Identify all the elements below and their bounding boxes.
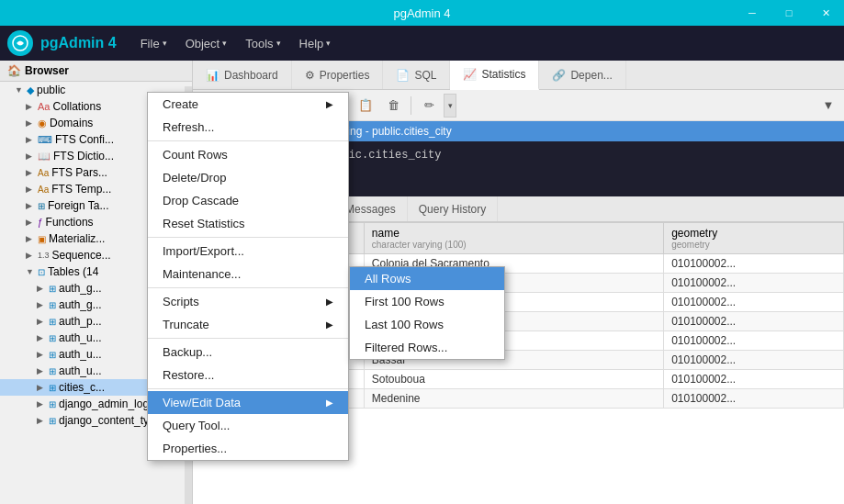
paste-button[interactable]: 📋 (353, 94, 378, 118)
filter-button[interactable]: ▼ (816, 94, 840, 118)
ctx-reset-stats[interactable]: Reset Statistics (148, 212, 348, 235)
fts-dict-icon: 📖 (38, 151, 51, 162)
menu-file[interactable]: File ▾ (131, 33, 176, 54)
ctx-restore[interactable]: Restore... (148, 364, 348, 386)
cell-geometry: 010100002... (664, 370, 844, 389)
truncate-arrow-icon: ▶ (326, 319, 333, 330)
expand-icon: ▶ (37, 333, 46, 342)
expand-icon: ▶ (26, 118, 35, 128)
expand-icon: ▶ (37, 300, 46, 309)
cell-geometry: 010100002... (664, 312, 844, 331)
statistics-tab-icon: 📈 (463, 68, 477, 81)
ctx-import-export[interactable]: Import/Export... (148, 240, 348, 263)
tab-dependencies[interactable]: 🔗 Depen... (539, 61, 625, 89)
table-icon: ⊞ (49, 333, 56, 343)
browser-header: 🏠 Browser (0, 61, 192, 82)
expand-icon: ▶ (26, 168, 35, 177)
menu-object[interactable]: Object ▾ (176, 33, 237, 54)
fts-parse-icon: Aa (38, 168, 49, 178)
foreign-table-icon: ⊞ (38, 201, 45, 211)
ctx-maintenance[interactable]: Maintenance... (148, 263, 348, 286)
menu-tools[interactable]: Tools ▾ (236, 33, 289, 54)
functions-icon: ƒ (38, 218, 43, 228)
expand-icon: ▶ (26, 234, 35, 243)
table-icon: ⊞ (49, 399, 56, 409)
table-icon: ⊞ (49, 317, 56, 327)
ctx-divider3 (148, 287, 348, 288)
tab-statistics[interactable]: 📈 Statistics (450, 61, 539, 90)
schema-icon: ◆ (27, 84, 34, 96)
toolbar-separator3 (411, 96, 411, 115)
ctx-delete-drop[interactable]: Delete/Drop (148, 166, 348, 189)
ctx-scripts[interactable]: Scripts ▶ (148, 290, 348, 313)
tools-arrow-icon: ▾ (276, 39, 281, 48)
expand-icon: ▶ (37, 383, 46, 392)
menubar: pgAdmin 4 File ▾ Object ▾ Tools ▾ Help ▾ (0, 26, 844, 61)
ctx-properties[interactable]: Properties... (148, 437, 348, 460)
delete-button[interactable]: 🗑 (380, 94, 406, 118)
top-tabs: 📊 Dashboard ⚙ Properties 📄 SQL 📈 Statist… (193, 61, 844, 90)
scripts-arrow-icon: ▶ (326, 297, 333, 307)
cell-geometry: 010100002... (664, 389, 844, 409)
cell-geometry: 010100002... (664, 293, 844, 312)
cell-name: Medenine (364, 389, 663, 409)
expand-icon: ▼ (15, 85, 24, 95)
fts-config-icon: ⌨ (38, 134, 52, 146)
object-arrow-icon: ▾ (222, 39, 227, 48)
expand-icon: ▶ (26, 102, 35, 111)
table-icon: ⊞ (49, 284, 56, 294)
sequence-icon: 1.3 (38, 251, 50, 260)
sub-filtered-rows[interactable]: Filtered Rows... (350, 336, 504, 359)
sub-all-rows[interactable]: All Rows (350, 267, 504, 290)
table-icon: ⊞ (49, 366, 56, 376)
ctx-create[interactable]: Create ▶ (148, 93, 348, 116)
minimize-button[interactable]: ─ (734, 0, 771, 26)
expand-icon: ▼ (26, 267, 35, 276)
title-text: pgAdmin 4 (393, 6, 450, 20)
edit-dropdown[interactable]: ▾ (444, 94, 456, 118)
file-arrow-icon: ▾ (163, 39, 167, 48)
close-button[interactable]: ✕ (807, 0, 844, 26)
submenu-arrow-icon: ▶ (326, 99, 333, 109)
context-menu: Create ▶ Refresh... Count Rows Delete/Dr… (147, 92, 349, 461)
expand-icon: ▶ (26, 251, 35, 260)
tab-query-history[interactable]: Query History (408, 196, 498, 221)
ctx-refresh[interactable]: Refresh... (148, 116, 348, 139)
expand-icon: ▶ (26, 135, 35, 144)
expand-icon: ▶ (26, 218, 35, 227)
sub-last-100[interactable]: Last 100 Rows (350, 313, 504, 336)
ctx-divider2 (148, 237, 348, 238)
ctx-truncate[interactable]: Truncate ▶ (148, 313, 348, 336)
materialized-icon: ▣ (38, 234, 46, 244)
expand-icon: ▶ (37, 366, 46, 375)
menu-help[interactable]: Help ▾ (290, 33, 341, 54)
tab-sql[interactable]: 📄 SQL (383, 61, 450, 89)
expand-icon: ▶ (26, 201, 35, 210)
cell-geometry: 010100002... (664, 331, 844, 351)
ctx-view-edit[interactable]: View/Edit Data ▶ (148, 391, 348, 414)
dashboard-tab-icon: 📊 (206, 69, 219, 82)
ctx-drop-cascade[interactable]: Drop Cascade (148, 189, 348, 212)
tab-dashboard[interactable]: 📊 Dashboard (193, 61, 292, 89)
ctx-query-tool[interactable]: Query Tool... (148, 414, 348, 437)
table-icon: ⊞ (49, 350, 56, 360)
col-name[interactable]: name character varying (100) (364, 223, 663, 254)
table-icon: ⊞ (49, 383, 56, 393)
expand-icon: ▶ (37, 317, 46, 326)
sub-first-100[interactable]: First 100 Rows (350, 290, 504, 313)
edit-button[interactable]: ✏ (416, 94, 442, 118)
app-logo: pgAdmin 4 (7, 30, 117, 56)
tab-properties[interactable]: ⚙ Properties (292, 61, 384, 89)
fts-temp-icon: Aa (38, 185, 49, 195)
cell-geometry: 010100002... (664, 351, 844, 370)
window-controls: ─ □ ✕ (734, 0, 844, 26)
tables-icon: ⊡ (38, 267, 45, 277)
maximize-button[interactable]: □ (771, 0, 807, 26)
ctx-backup[interactable]: Backup... (148, 341, 348, 364)
expand-icon: ▶ (26, 151, 35, 161)
table-icon: ⊞ (49, 416, 56, 426)
cell-name: Sotouboua (364, 370, 663, 389)
browser-title: Browser (25, 64, 69, 77)
ctx-count-rows[interactable]: Count Rows (148, 143, 348, 166)
col-geometry[interactable]: geometry geometry (664, 223, 844, 254)
